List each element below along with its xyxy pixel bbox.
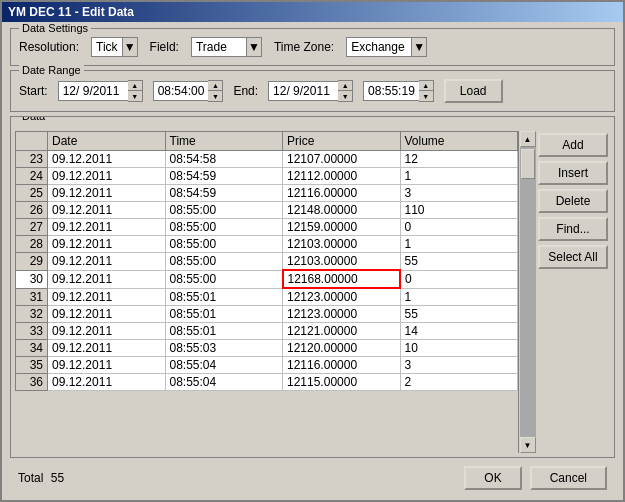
resolution-dropdown[interactable]: Tick ▼ bbox=[91, 37, 138, 57]
row-date: 09.12.2011 bbox=[48, 151, 166, 168]
table-row[interactable]: 3309.12.201108:55:0112121.0000014 bbox=[16, 323, 518, 340]
delete-button[interactable]: Delete bbox=[538, 189, 608, 213]
cancel-button[interactable]: Cancel bbox=[530, 466, 607, 490]
row-price: 12103.00000 bbox=[283, 236, 401, 253]
row-date: 09.12.2011 bbox=[48, 270, 166, 288]
resolution-value: Tick bbox=[91, 37, 122, 57]
row-num: 29 bbox=[16, 253, 48, 271]
data-section-label: Data bbox=[19, 116, 48, 122]
row-price: 12112.00000 bbox=[283, 168, 401, 185]
start-date-up[interactable]: ▲ bbox=[128, 81, 142, 91]
start-time-value: 08:54:00 bbox=[153, 81, 209, 101]
row-volume: 3 bbox=[400, 185, 518, 202]
table-row[interactable]: 2609.12.201108:55:0012148.00000110 bbox=[16, 202, 518, 219]
table-row[interactable]: 3409.12.201108:55:0312120.0000010 bbox=[16, 340, 518, 357]
row-volume: 2 bbox=[400, 374, 518, 391]
timezone-value: Exchange bbox=[346, 37, 411, 57]
scroll-track[interactable] bbox=[520, 147, 536, 437]
table-row[interactable]: 2409.12.201108:54:5912112.000001 bbox=[16, 168, 518, 185]
end-date-spin[interactable]: ▲ ▼ bbox=[338, 80, 353, 102]
select-all-button[interactable]: Select All bbox=[538, 245, 608, 269]
find-button[interactable]: Find... bbox=[538, 217, 608, 241]
row-time: 08:55:04 bbox=[165, 374, 283, 391]
scroll-thumb[interactable] bbox=[521, 149, 535, 179]
end-date-input[interactable]: 12/ 9/2011 ▲ ▼ bbox=[268, 80, 353, 102]
field-value: Trade bbox=[191, 37, 246, 57]
timezone-dropdown[interactable]: Exchange ▼ bbox=[346, 37, 427, 57]
resolution-chevron[interactable]: ▼ bbox=[122, 37, 138, 57]
end-label: End: bbox=[233, 84, 258, 98]
row-num: 35 bbox=[16, 357, 48, 374]
insert-button[interactable]: Insert bbox=[538, 161, 608, 185]
end-time-input[interactable]: 08:55:19 ▲ ▼ bbox=[363, 80, 434, 102]
load-button[interactable]: Load bbox=[444, 79, 503, 103]
table-row[interactable]: 2509.12.201108:54:5912116.000003 bbox=[16, 185, 518, 202]
row-volume: 1 bbox=[400, 288, 518, 306]
row-time: 08:55:03 bbox=[165, 340, 283, 357]
main-window: YM DEC 11 - Edit Data Data Settings Reso… bbox=[0, 0, 625, 502]
col-header-price: Price bbox=[283, 132, 401, 151]
start-time-spin[interactable]: ▲ ▼ bbox=[208, 80, 223, 102]
row-time: 08:55:04 bbox=[165, 357, 283, 374]
row-volume: 1 bbox=[400, 168, 518, 185]
field-chevron[interactable]: ▼ bbox=[246, 37, 262, 57]
row-date: 09.12.2011 bbox=[48, 357, 166, 374]
end-date-up[interactable]: ▲ bbox=[338, 81, 352, 91]
start-date-spin[interactable]: ▲ ▼ bbox=[128, 80, 143, 102]
side-buttons: Add Insert Delete Find... Select All bbox=[536, 123, 614, 457]
table-row[interactable]: 2809.12.201108:55:0012103.000001 bbox=[16, 236, 518, 253]
date-range-label: Date Range bbox=[19, 64, 84, 76]
row-time: 08:54:58 bbox=[165, 151, 283, 168]
row-date: 09.12.2011 bbox=[48, 288, 166, 306]
scroll-up-btn[interactable]: ▲ bbox=[520, 131, 536, 147]
row-date: 09.12.2011 bbox=[48, 185, 166, 202]
table-row[interactable]: 2309.12.201108:54:5812107.0000012 bbox=[16, 151, 518, 168]
col-header-num bbox=[16, 132, 48, 151]
row-volume: 14 bbox=[400, 323, 518, 340]
start-date-down[interactable]: ▼ bbox=[128, 91, 142, 101]
window-title: YM DEC 11 - Edit Data bbox=[8, 5, 134, 19]
row-num: 36 bbox=[16, 374, 48, 391]
end-time-down[interactable]: ▼ bbox=[419, 91, 433, 101]
scrollbar[interactable]: ▲ ▼ bbox=[518, 131, 536, 453]
end-time-spin[interactable]: ▲ ▼ bbox=[419, 80, 434, 102]
end-date-value: 12/ 9/2011 bbox=[268, 81, 338, 101]
data-group: Data Date Time Price Volume bbox=[10, 116, 615, 458]
row-volume: 110 bbox=[400, 202, 518, 219]
resolution-label: Resolution: bbox=[19, 40, 79, 54]
row-num: 32 bbox=[16, 306, 48, 323]
table-row[interactable]: 3209.12.201108:55:0112123.0000055 bbox=[16, 306, 518, 323]
row-time: 08:55:00 bbox=[165, 270, 283, 288]
table-row[interactable]: 3509.12.201108:55:0412116.000003 bbox=[16, 357, 518, 374]
start-time-input[interactable]: 08:54:00 ▲ ▼ bbox=[153, 80, 224, 102]
row-price: 12120.00000 bbox=[283, 340, 401, 357]
start-time-down[interactable]: ▼ bbox=[208, 91, 222, 101]
data-table-wrap: Date Time Price Volume 2309.12.201108:54… bbox=[15, 131, 518, 453]
ok-button[interactable]: OK bbox=[464, 466, 521, 490]
start-time-up[interactable]: ▲ bbox=[208, 81, 222, 91]
field-label: Field: bbox=[150, 40, 179, 54]
add-button[interactable]: Add bbox=[538, 133, 608, 157]
row-num: 30 bbox=[16, 270, 48, 288]
total-label: Total bbox=[18, 471, 43, 485]
table-row[interactable]: 2709.12.201108:55:0012159.000000 bbox=[16, 219, 518, 236]
row-volume: 0 bbox=[400, 270, 518, 288]
scroll-down-btn[interactable]: ▼ bbox=[520, 437, 536, 453]
table-row[interactable]: 3109.12.201108:55:0112123.000001 bbox=[16, 288, 518, 306]
start-date-input[interactable]: 12/ 9/2011 ▲ ▼ bbox=[58, 80, 143, 102]
timezone-chevron[interactable]: ▼ bbox=[411, 37, 427, 57]
end-date-down[interactable]: ▼ bbox=[338, 91, 352, 101]
row-date: 09.12.2011 bbox=[48, 219, 166, 236]
col-header-time: Time bbox=[165, 132, 283, 151]
table-row[interactable]: 3609.12.201108:55:0412115.000002 bbox=[16, 374, 518, 391]
end-time-up[interactable]: ▲ bbox=[419, 81, 433, 91]
row-volume: 12 bbox=[400, 151, 518, 168]
row-num: 23 bbox=[16, 151, 48, 168]
row-price: 12168.00000 bbox=[283, 270, 401, 288]
table-row[interactable]: 2909.12.201108:55:0012103.0000055 bbox=[16, 253, 518, 271]
row-time: 08:55:00 bbox=[165, 253, 283, 271]
row-price: 12148.00000 bbox=[283, 202, 401, 219]
field-dropdown[interactable]: Trade ▼ bbox=[191, 37, 262, 57]
end-time-value: 08:55:19 bbox=[363, 81, 419, 101]
table-row[interactable]: 3009.12.201108:55:0012168.000000 bbox=[16, 270, 518, 288]
